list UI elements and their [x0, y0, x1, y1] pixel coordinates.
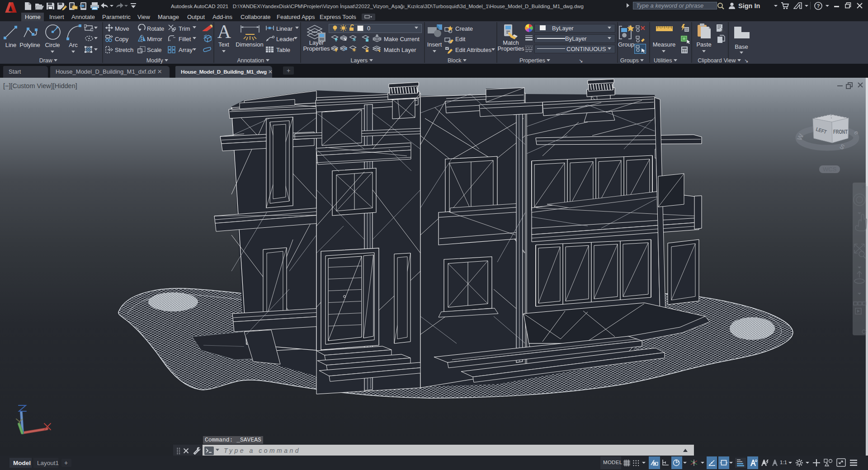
svg-text:WCS: WCS: [823, 166, 837, 173]
svg-text:A: A: [217, 24, 231, 41]
svg-text:?: ?: [817, 3, 820, 9]
svg-text:FRONT: FRONT: [833, 128, 848, 135]
svg-text:[−][Custom View][Hidden]: [−][Custom View][Hidden]: [3, 82, 77, 89]
